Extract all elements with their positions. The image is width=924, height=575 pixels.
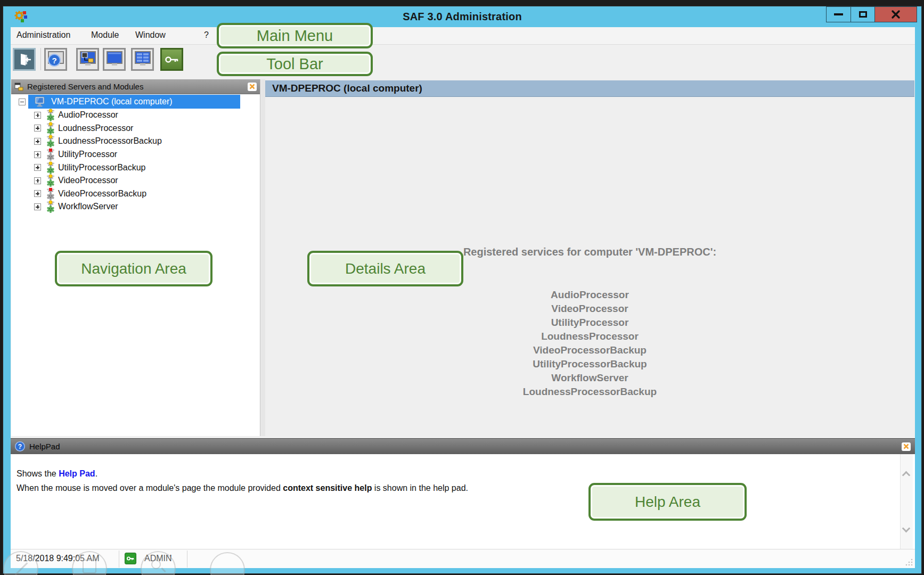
status-separator [119, 551, 119, 568]
expand-expander[interactable] [34, 203, 41, 210]
scroll-down-icon[interactable] [902, 524, 911, 533]
module-label: VideoProcessorBackup [58, 189, 146, 199]
navigation-tree-icon [79, 51, 97, 69]
minimize-icon [834, 13, 843, 15]
close-button[interactable] [874, 6, 917, 22]
tree-row-module[interactable]: LoudnessProcessorBackup [11, 135, 260, 148]
helppad-close-button[interactable] [902, 442, 911, 451]
module-label: VideoProcessor [58, 176, 118, 185]
tool-bar: ? [11, 45, 915, 72]
help-monitor-icon: ? [47, 51, 65, 69]
service-item: UtilityProcessorBackup [265, 357, 914, 371]
main-menu-bar: Administration Module Window ? [11, 27, 915, 45]
exit-button[interactable] [13, 48, 36, 71]
service-item: VideoProcessor [265, 302, 914, 316]
annotation-main-menu: Main Menu [217, 23, 373, 48]
expand-expander[interactable] [34, 164, 41, 171]
help-line2-bold: context sensitive help [283, 483, 372, 492]
helppad-toggle-button[interactable]: ? [44, 48, 67, 71]
menu-administration[interactable]: Administration [17, 30, 70, 40]
tree-row-module[interactable]: VideoProcessorBackup [11, 187, 260, 201]
service-item: AudioProcessor [265, 288, 914, 302]
module-gears-icon [45, 148, 56, 161]
help-pad-link[interactable]: Help Pad [59, 469, 95, 478]
scroll-up-icon[interactable] [902, 471, 911, 480]
servers-modules-icon [14, 83, 23, 91]
navigation-panel-header: Registered Servers and Modules [11, 79, 260, 94]
login-key-button[interactable] [160, 48, 183, 71]
svg-text:?: ? [52, 56, 56, 65]
modules-view-button[interactable] [131, 48, 154, 71]
expand-expander[interactable] [34, 190, 41, 197]
tree-row-module[interactable]: LoudnessProcessor [11, 122, 260, 135]
module-label: WorkflowServer [58, 202, 118, 211]
module-label: UtilityProcessor [58, 150, 117, 159]
tree-row-server[interactable]: VM-DPEPROC (local computer) [11, 95, 260, 109]
selected-server-row[interactable]: VM-DPEPROC (local computer) [28, 95, 240, 109]
maximize-icon [859, 11, 867, 18]
key-icon [164, 52, 180, 68]
registered-services-list: AudioProcessor VideoProcessor UtilityPro… [265, 288, 914, 399]
title-bar[interactable]: SAF 3.0 Administration [3, 6, 921, 27]
helppad-header: ? HelpPad [11, 438, 915, 454]
menu-help[interactable]: ? [204, 30, 209, 40]
details-view-button[interactable] [103, 48, 126, 71]
helppad-scrollbar[interactable] [900, 454, 913, 549]
computer-icon [34, 96, 46, 108]
toolbar-separator [40, 48, 41, 70]
menu-window[interactable]: Window [135, 30, 166, 40]
help-line1-suffix: . [95, 469, 97, 478]
expand-expander[interactable] [34, 177, 41, 184]
svg-text:?: ? [18, 443, 22, 450]
menu-module[interactable]: Module [91, 30, 119, 40]
module-gears-icon [45, 109, 56, 121]
close-icon [249, 84, 255, 89]
client-area: Administration Module Window ? [11, 27, 915, 568]
module-gears-icon [45, 135, 56, 147]
collapse-expander[interactable] [19, 98, 26, 105]
screenshot-stage: SAF 3.0 Administration Administration Mo… [0, 0, 924, 575]
server-tree: VM-DPEPROC (local computer) [11, 95, 260, 213]
module-gears-icon [45, 122, 56, 135]
service-item: WorkflowServer [265, 371, 914, 385]
details-monitor-icon [105, 51, 124, 69]
module-label: LoudnessProcessorBackup [58, 136, 162, 146]
tree-row-module[interactable]: AudioProcessor [11, 109, 260, 122]
annotation-tool-bar: Tool Bar [217, 52, 373, 76]
close-icon [891, 10, 901, 19]
tree-row-module[interactable]: UtilityProcessorBackup [11, 161, 260, 174]
help-text: Shows the Help Pad. When the mouse is mo… [17, 469, 468, 493]
helppad-body: Shows the Help Pad. When the mouse is mo… [11, 454, 915, 549]
help-question-icon: ? [15, 441, 25, 451]
annotation-navigation-area: Navigation Area [55, 251, 212, 286]
server-label: VM-DPEPROC (local computer) [51, 97, 173, 106]
tree-row-module[interactable]: UtilityProcessor [11, 148, 260, 161]
expand-expander[interactable] [34, 112, 41, 119]
window-title: SAF 3.0 Administration [3, 11, 921, 23]
expand-expander[interactable] [34, 138, 41, 145]
app-window: SAF 3.0 Administration Administration Mo… [3, 6, 922, 574]
modules-grid-icon [134, 51, 152, 69]
annotation-details-area: Details Area [307, 251, 463, 286]
status-separator [187, 551, 187, 568]
minimize-button[interactable] [826, 6, 851, 22]
navigation-toggle-button[interactable] [76, 48, 99, 71]
expand-expander[interactable] [34, 125, 41, 132]
module-label: LoudnessProcessor [58, 124, 133, 133]
helppad-title: HelpPad [29, 442, 897, 451]
navigation-close-button[interactable] [248, 83, 257, 91]
service-item: UtilityProcessor [265, 316, 914, 330]
resize-grip[interactable] [905, 558, 913, 566]
tree-row-module[interactable]: WorkflowServer [11, 200, 260, 213]
panel-splitter[interactable] [261, 79, 265, 436]
maximize-button[interactable] [851, 6, 875, 22]
exit-door-icon [17, 52, 32, 67]
annotation-help-area: Help Area [588, 483, 747, 521]
tree-row-module[interactable]: VideoProcessor [11, 174, 260, 187]
close-icon [903, 443, 909, 449]
module-gears-icon [45, 174, 56, 187]
service-item: LoudnessProcessor [265, 330, 914, 343]
details-panel-header: VM-DPEPROC (local computer) [265, 80, 914, 97]
module-label: UtilityProcessorBackup [58, 163, 146, 172]
expand-expander[interactable] [34, 151, 41, 158]
